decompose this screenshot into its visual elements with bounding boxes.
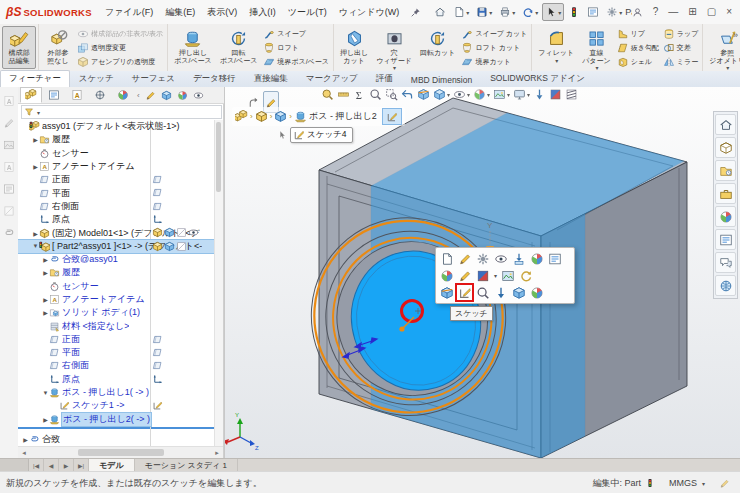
quickbar-cursor-button[interactable]: ▾ xyxy=(542,3,564,21)
markup-scene-button[interactable] xyxy=(3,135,15,153)
context-realview-button[interactable] xyxy=(475,268,490,283)
hud-zoomarea-button[interactable] xyxy=(385,88,398,101)
collapse-icon[interactable]: ‹ xyxy=(137,91,140,100)
hud-section-button[interactable] xyxy=(417,88,430,101)
markup-pencil-button[interactable] xyxy=(3,113,15,131)
breadcrumb-feature-label[interactable]: ボス - 押し出し2 xyxy=(309,110,377,123)
context-rotate-button[interactable] xyxy=(518,268,533,283)
expand-icon[interactable]: ▶ xyxy=(42,256,49,263)
ribbon-button[interactable]: 回転カット xyxy=(416,26,460,69)
quickbar-undo-button[interactable]: ▾ xyxy=(519,3,541,21)
context-ball-button[interactable] xyxy=(529,251,544,266)
ribbon-button[interactable]: 透明度変更 xyxy=(77,41,163,54)
tree-row[interactable]: センサー xyxy=(18,280,214,293)
ribbon-button[interactable]: スイープ カット xyxy=(461,27,527,40)
ribbon-button[interactable]: 構成部品編集 xyxy=(2,26,36,69)
hud-zoomg-button[interactable] xyxy=(321,88,334,101)
markup-slash-button[interactable] xyxy=(3,201,15,219)
menu-item[interactable]: ファイル(F) xyxy=(100,3,158,22)
quickbar-doc-button[interactable]: ▾ xyxy=(450,3,472,21)
tree-row[interactable]: assy01 (デフォルト<表示状態-1>) xyxy=(18,120,214,133)
context-scene-button[interactable] xyxy=(500,268,515,283)
hud-monitor-button[interactable]: ▾ xyxy=(513,88,530,101)
fm-header-cubeb-button[interactable] xyxy=(159,88,174,102)
markup-annot-button[interactable] xyxy=(3,157,15,175)
ribbon-button[interactable]: 穴ウィザード▾ xyxy=(372,26,416,69)
quickbar-gear-button[interactable]: ▾ xyxy=(603,3,625,21)
taskpane-globe-tab[interactable] xyxy=(715,275,736,296)
ribbon-button[interactable]: 押し出しボス/ベース xyxy=(170,26,216,69)
expand-icon[interactable]: ▼ xyxy=(32,243,39,249)
tree-row[interactable]: ▶合致 xyxy=(18,433,214,446)
tree-row[interactable]: ▼[ Part2^assy01 ]<1> -> (デフォルト<- xyxy=(18,240,214,253)
hud-viewprev-button[interactable] xyxy=(401,88,414,101)
taskpane-box3d-tab[interactable] xyxy=(715,137,736,158)
tree-row[interactable]: 原点 xyxy=(18,373,214,386)
taskpane-folderh-tab[interactable] xyxy=(715,160,736,181)
context-sketch-button[interactable] xyxy=(457,285,472,300)
tree-row[interactable]: ▶履歴 xyxy=(18,266,214,279)
quickbar-traffic-button[interactable] xyxy=(565,3,583,21)
sketch-point[interactable] xyxy=(399,326,404,331)
tree-row[interactable]: 材料 <指定なし> xyxy=(18,319,214,332)
ribbon-button[interactable]: 抜き勾配 xyxy=(617,41,659,54)
tab-MBD Dimension[interactable]: MBD Dimension xyxy=(402,72,481,87)
pin-icon[interactable] xyxy=(410,6,421,17)
hud-sigma-button[interactable] xyxy=(353,88,366,101)
fm-header-ball-button[interactable] xyxy=(175,88,190,102)
taskpane-list-tab[interactable] xyxy=(715,229,736,250)
tab-サーフェス[interactable]: サーフェス xyxy=(123,70,184,87)
hud-cubeb-button[interactable]: ▾ xyxy=(433,88,450,101)
taskpane-home-tab[interactable] xyxy=(715,114,736,135)
context-eye-button[interactable] xyxy=(493,251,508,266)
ribbon-button[interactable]: ロフト カット xyxy=(461,41,527,54)
markup-annot-button[interactable] xyxy=(3,91,15,109)
ribbon-button[interactable]: ミラー xyxy=(663,55,699,68)
tree-horizontal-scrollbar[interactable]: ◂ ▸ xyxy=(18,446,223,458)
expand-icon[interactable]: ▶ xyxy=(42,416,49,423)
tree-row[interactable]: ▶合致@assy01 xyxy=(18,253,214,266)
hud-ball-button[interactable]: ▾ xyxy=(473,88,490,101)
tree-row[interactable]: 正面 xyxy=(18,333,214,346)
fm-tab-dimx[interactable] xyxy=(89,87,111,103)
fm-tab-assembly[interactable] xyxy=(20,87,42,103)
context-pencil-button[interactable] xyxy=(457,251,472,266)
fm-tab-annot[interactable] xyxy=(66,87,88,103)
window-control[interactable]: ⊞ xyxy=(688,6,696,17)
taskpane-chat-tab[interactable] xyxy=(715,252,736,273)
ribbon-button[interactable]: 境界ボス/ベース xyxy=(263,55,329,68)
ribbon-overflow-chevron[interactable]: » xyxy=(733,30,738,40)
scrollbar-thumb[interactable] xyxy=(78,449,164,456)
tree-row[interactable]: ▼ボス - 押し出し1( -> ) xyxy=(18,386,214,399)
expand-icon[interactable]: ▶ xyxy=(42,309,49,316)
context-pencil-button[interactable] xyxy=(457,268,472,283)
scroll-left-icon[interactable]: ◂ xyxy=(18,449,30,457)
context-arrowd-button[interactable] xyxy=(493,285,508,300)
ribbon-button[interactable]: 外部参照なし xyxy=(41,26,75,69)
context-zoom-button[interactable] xyxy=(475,285,490,300)
window-control[interactable]: ? xyxy=(653,6,659,17)
quickbar-home-button[interactable] xyxy=(431,3,449,21)
tree-row[interactable]: センサー xyxy=(18,147,214,160)
fm-tab-list[interactable] xyxy=(43,87,65,103)
breadcrumb-selected-sketch[interactable] xyxy=(382,108,402,125)
tree-row[interactable]: スケッチ1 -> xyxy=(18,399,214,412)
tree-row[interactable]: 右側面 xyxy=(18,200,214,213)
quickbar-printer-button[interactable]: ▾ xyxy=(496,3,518,21)
taskpane-toolbox-tab[interactable] xyxy=(715,183,736,204)
fm-header-eye-button[interactable] xyxy=(191,88,206,102)
tab-SOLIDWORKS アドイン[interactable]: SOLIDWORKS アドイン xyxy=(481,70,594,87)
quickbar-floppy-button[interactable]: ▾ xyxy=(473,3,495,21)
ribbon-button[interactable]: ラップ xyxy=(663,27,699,40)
context-insertrel-button[interactable] xyxy=(511,251,526,266)
menu-item[interactable]: ウィンドウ(W) xyxy=(334,3,405,22)
ribbon-button[interactable]: リブ xyxy=(617,27,659,40)
tree-vertical-scrollbar[interactable] xyxy=(214,120,223,446)
tab-マークアップ[interactable]: マークアップ xyxy=(297,70,367,87)
status-edit-icon[interactable] xyxy=(719,478,730,489)
quickbar-list-button[interactable] xyxy=(584,3,602,21)
context-list-button[interactable] xyxy=(547,251,562,266)
context-dropdown-icon[interactable]: ▾ xyxy=(494,272,497,279)
hud-realview-button[interactable] xyxy=(549,88,562,101)
markup-list-button[interactable] xyxy=(3,179,15,197)
